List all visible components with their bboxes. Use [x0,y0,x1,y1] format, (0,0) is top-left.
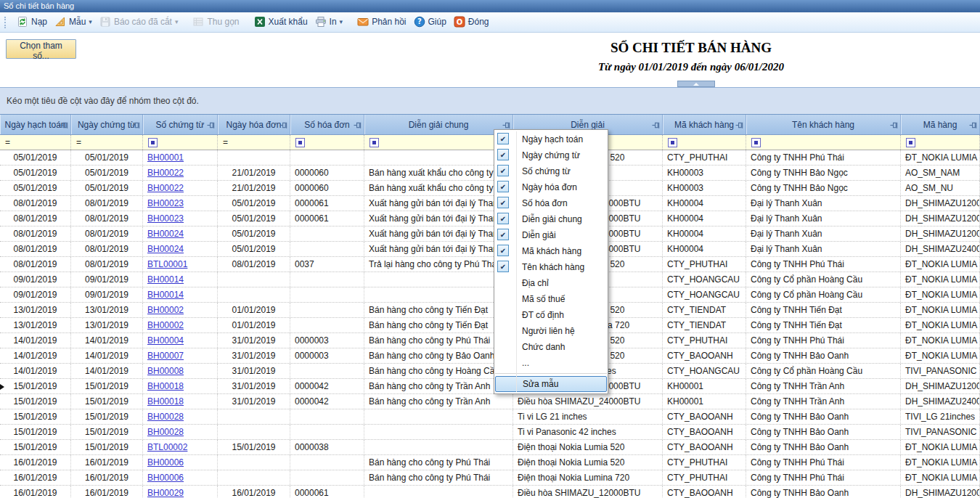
menu-item[interactable]: ... [494,355,608,371]
menu-item[interactable]: ✔Ngày hạch toán [494,131,608,147]
document-link[interactable]: BH00022 [147,168,184,178]
filter-icon[interactable] [906,138,915,147]
document-link[interactable]: BTL00002 [147,442,187,452]
menu-item[interactable]: ✔Số hóa đơn [494,195,608,211]
toolbar-button-giup[interactable]: ?Giúp [410,14,450,30]
checkbox-checked-icon[interactable]: ✔ [497,181,509,192]
menu-item[interactable]: ĐT cố định [494,307,608,323]
cell: Công ty Cổ phần Hoàng Cầu [746,272,901,287]
pin-icon[interactable] [652,121,660,129]
document-link[interactable]: BH00024 [147,229,184,239]
pin-icon[interactable] [207,121,215,129]
menu-item[interactable]: ✔Diễn giải chung [494,211,608,227]
pin-icon[interactable] [279,121,287,129]
document-link[interactable]: BH00023 [147,213,184,224]
document-link[interactable]: BH00028 [147,427,184,437]
document-link[interactable]: BTL00001 [147,259,187,269]
group-by-panel[interactable]: Kéo một tiêu đề cột vào đây để nhóm theo… [0,87,980,114]
document-link[interactable]: BH00018 [147,396,184,407]
document-link[interactable]: BH00006 [147,457,184,468]
pin-icon[interactable] [502,121,510,129]
pin-icon[interactable] [132,121,140,129]
column-header[interactable]: Mã hàng [901,115,980,134]
pin-icon[interactable] [735,121,743,129]
column-header[interactable]: Ngày hóa đơn [218,115,290,134]
filter-cell[interactable] [901,135,980,150]
column-header[interactable]: Số chứng từ [143,115,218,134]
column-header[interactable]: Số hóa đơn [290,115,364,134]
menu-item[interactable]: Mã số thuế [494,291,608,307]
toolbar-button-thu-gon[interactable]: Thu gọn [189,14,242,30]
filter-cell[interactable]: = [71,135,143,150]
document-link[interactable]: BH00002 [147,305,184,315]
toolbar-button-dong[interactable]: OĐóng [450,14,493,30]
pin-icon[interactable] [890,121,898,129]
grid-header-row: Ngày hạch toánNgày chứng từSố chứng từNg… [0,114,980,135]
column-header[interactable]: Ngày hạch toán [0,115,71,134]
checkbox-checked-icon[interactable]: ✔ [497,213,509,224]
checkbox-checked-icon[interactable]: ✔ [497,197,509,208]
document-link[interactable]: BH00024 [147,244,184,254]
document-link[interactable]: BH00029 [147,488,184,498]
pin-icon[interactable] [354,121,362,129]
choose-params-button[interactable]: Chọn tham số... [6,39,76,59]
cell: 05/01/2019 [218,196,290,211]
filter-icon[interactable] [295,138,305,147]
menu-item[interactable]: ✔Tên khách hàng [494,259,608,275]
document-link[interactable]: BH00022 [147,183,184,193]
document-link[interactable]: BH00014 [147,274,184,285]
menu-item[interactable]: ✔Mã khách hàng [494,243,608,259]
document-link[interactable]: BH00007 [147,351,184,361]
document-link[interactable]: BH00018 [147,381,184,391]
menu-item[interactable]: Địa chỉ [494,275,608,291]
toolbar-button-phan-hoi[interactable]: Phản hồi [354,14,409,30]
filter-cell[interactable] [746,135,901,150]
column-header[interactable]: Ngày chứng từ [71,115,143,134]
column-header[interactable]: Tên khách hàng [746,115,901,134]
document-link[interactable]: BH00028 [147,412,184,422]
document-link[interactable]: BH00004 [147,335,184,346]
checkbox-checked-icon[interactable]: ✔ [497,261,509,272]
filter-icon[interactable] [668,138,677,147]
toolbar-button-mau[interactable]: Mẫu▾ [51,14,96,30]
filter-cell[interactable] [364,135,513,150]
toolbar-button-bao-cao-da-cat[interactable]: Báo cáo đã cắt▾ [96,14,182,30]
document-link[interactable]: BH00006 [147,473,184,483]
filter-icon[interactable] [148,138,158,147]
document-link[interactable]: BH00001 [147,152,184,163]
toolbar-button-in[interactable]: In▾ [311,14,347,30]
menu-item[interactable]: ✔Ngày chứng từ [494,147,608,163]
header-collapse-splitter[interactable] [677,81,715,87]
toolbar-grip-handle[interactable] [4,17,8,28]
filter-cell[interactable] [143,135,218,150]
column-header[interactable]: Mã khách hàng [663,115,746,134]
checkbox-checked-icon[interactable]: ✔ [497,245,509,256]
filter-icon[interactable] [751,138,761,147]
cell: 21/01/2019 [218,181,290,195]
checkbox-checked-icon[interactable]: ✔ [497,149,509,160]
toolbar-button-xuat-khau[interactable]: Xuất khẩu [250,14,311,30]
document-link[interactable]: BH00002 [147,320,184,330]
filter-cell[interactable] [663,135,746,150]
filter-cell[interactable]: = [218,135,290,150]
filter-cell[interactable] [290,135,364,150]
filter-cell[interactable]: = [0,135,71,150]
checkbox-checked-icon[interactable]: ✔ [497,133,509,144]
cell [218,272,290,287]
menu-item[interactable]: ✔Số chứng từ [494,163,608,179]
menu-item-edit-template[interactable]: Sửa mẫu [495,376,607,392]
menu-item[interactable]: Chức danh [494,339,608,355]
checkbox-checked-icon[interactable]: ✔ [497,165,509,176]
pin-icon[interactable] [60,121,68,129]
toolbar-button-nap[interactable]: Nạp [13,14,51,30]
checkbox-checked-icon[interactable]: ✔ [497,229,509,240]
filter-icon[interactable] [369,138,379,147]
document-link[interactable]: BH00008 [147,366,184,376]
menu-item[interactable]: ✔Diễn giải [494,227,608,243]
document-link[interactable]: BH00023 [147,198,184,208]
document-link[interactable]: BH00014 [147,290,184,300]
pin-icon[interactable] [969,121,977,129]
menu-item[interactable]: ✔Ngày hóa đơn [494,179,608,195]
menu-item[interactable]: Người liên hệ [494,323,608,339]
column-header[interactable]: Diễn giải chung [364,115,513,134]
